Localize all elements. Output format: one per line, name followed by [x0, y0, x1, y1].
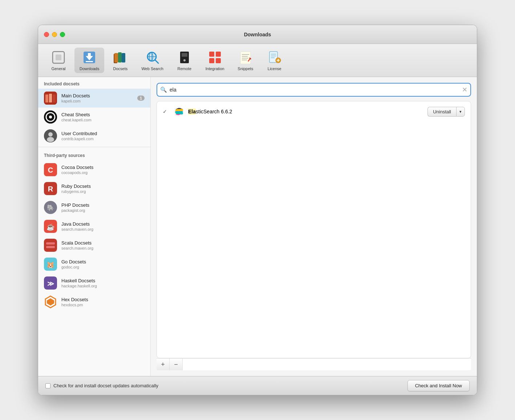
svg-text:☕: ☕ — [46, 223, 55, 231]
main-docsets-text: Main Docsets kapeli.com — [61, 93, 133, 103]
user-contributed-icon — [44, 129, 57, 142]
main-docsets-badge: 1 — [137, 96, 145, 101]
svg-rect-52 — [44, 239, 57, 252]
java-url: search.maven.org — [61, 227, 145, 231]
svg-line-10 — [155, 60, 158, 63]
license-icon — [267, 50, 282, 65]
sidebar-item-hex[interactable]: Hex Docsets hexdocs.pm — [38, 292, 150, 311]
remote-label: Remote — [177, 66, 191, 71]
main-docsets-name: Main Docsets — [61, 93, 133, 98]
ruby-icon: R — [44, 182, 57, 195]
svg-text:🐘: 🐘 — [47, 204, 54, 211]
svg-marker-60 — [47, 298, 54, 306]
svg-rect-7 — [118, 52, 122, 62]
svg-rect-6 — [114, 53, 118, 62]
window-title: Downloads — [244, 32, 271, 37]
ruby-text: Ruby Docsets rubygems.org — [61, 183, 145, 194]
sidebar-item-haskell[interactable]: ≫ Haskell Docsets hackage.haskell.org — [38, 274, 150, 292]
check-install-button[interactable]: Check and Install Now — [407, 380, 470, 391]
svg-text:R: R — [48, 185, 53, 193]
toolbar-websearch[interactable]: Web Search — [136, 48, 168, 73]
websearch-label: Web Search — [141, 66, 163, 71]
search-clear-button[interactable]: ✕ — [462, 86, 467, 93]
scala-text: Scala Docsets search.maven.org — [61, 240, 145, 250]
uninstall-dropdown-button[interactable]: ▾ — [456, 107, 465, 117]
auto-update-checkbox[interactable] — [45, 383, 50, 388]
haskell-text: Haskell Docsets hackage.haskell.org — [61, 278, 145, 288]
add-source-button[interactable]: + — [157, 359, 170, 370]
maximize-button[interactable] — [60, 32, 65, 37]
search-input[interactable] — [157, 83, 471, 97]
snippets-icon — [238, 50, 253, 65]
php-text: PHP Docsets packagist.org — [61, 202, 145, 213]
included-docsets-header: Included docsets — [38, 77, 150, 89]
haskell-url: hackage.haskell.org — [61, 284, 145, 288]
sidebar-item-scala[interactable]: Scala Docsets search.maven.org — [38, 236, 150, 255]
close-button[interactable] — [44, 32, 49, 37]
haskell-name: Haskell Docsets — [61, 278, 145, 283]
snippets-label: Snippets — [238, 66, 253, 71]
sidebar-item-main-docsets[interactable]: Main Docsets kapeli.com 1 — [38, 89, 150, 108]
sidebar-item-php[interactable]: 🐘 PHP Docsets packagist.org — [38, 198, 150, 217]
cocoa-icon: C — [44, 163, 57, 176]
auto-update-area: Check for and install docset updates aut… — [45, 383, 158, 388]
downloads-label: Downloads — [80, 66, 99, 71]
sidebar-item-cheat-sheets[interactable]: Cheat Sheets cheat.kapeli.com — [38, 108, 150, 126]
result-item-elasticsearch: ✓ Elastic — [157, 101, 471, 122]
go-name: Go Docsets — [61, 259, 145, 264]
svg-rect-16 — [182, 53, 187, 57]
scala-icon — [44, 239, 57, 252]
cheat-sheets-icon — [44, 110, 57, 124]
toolbar-integration[interactable]: Integration — [200, 48, 230, 73]
haskell-icon: ≫ — [44, 276, 57, 290]
result-actions: Uninstall ▾ — [427, 107, 465, 117]
hex-name: Hex Docsets — [61, 297, 145, 302]
svg-rect-20 — [209, 58, 214, 63]
cheat-sheets-text: Cheat Sheets cheat.kapeli.com — [61, 112, 145, 122]
results-bottom-toolbar: + − — [157, 358, 471, 370]
svg-point-40 — [49, 116, 52, 118]
search-bar-container: 🔍 ✕ — [157, 83, 471, 97]
ruby-url: rubygems.org — [61, 189, 145, 194]
title-bar: Downloads — [38, 25, 477, 44]
uninstall-button[interactable]: Uninstall — [427, 107, 456, 117]
svg-rect-1 — [56, 54, 61, 60]
integration-label: Integration — [206, 66, 224, 71]
main-content: Included docsets Main Docsets kapeli.com… — [38, 77, 477, 376]
traffic-lights — [44, 32, 65, 37]
general-label: General — [51, 66, 65, 71]
hex-url: hexdocs.pm — [61, 303, 145, 307]
svg-rect-53 — [46, 242, 55, 245]
scala-url: search.maven.org — [61, 246, 145, 250]
sidebar-item-user-contributed[interactable]: User Contributed contrib.kapeli.com — [38, 126, 150, 145]
elasticsearch-logo — [174, 106, 184, 117]
sidebar-item-go[interactable]: 🐹 Go Docsets godoc.org — [38, 255, 150, 274]
toolbar-docsets[interactable]: Docsets — [107, 48, 133, 73]
sidebar-item-java[interactable]: ☕ Java Docsets search.maven.org — [38, 217, 150, 236]
sidebar-item-cocoa[interactable]: C Cocoa Docsets cocoapods.org — [38, 160, 150, 179]
php-icon: 🐘 — [44, 201, 57, 214]
toolbar-general[interactable]: General — [45, 48, 72, 73]
remove-source-button[interactable]: − — [170, 359, 183, 370]
search-icon: 🔍 — [160, 86, 167, 93]
toolbar-remote[interactable]: Remote — [171, 48, 198, 73]
cheat-sheets-name: Cheat Sheets — [61, 112, 145, 117]
svg-rect-19 — [216, 52, 221, 57]
toolbar-downloads[interactable]: Downloads — [74, 48, 104, 73]
websearch-icon — [145, 50, 160, 65]
toolbar-license[interactable]: License — [261, 48, 288, 73]
results-area: ✓ Elastic — [157, 101, 471, 358]
php-name: PHP Docsets — [61, 202, 145, 208]
thirdparty-header: Third-party sources — [38, 149, 150, 160]
svg-rect-4 — [86, 61, 93, 62]
scala-name: Scala Docsets — [61, 240, 145, 246]
hex-icon — [44, 295, 57, 308]
cocoa-text: Cocoa Docsets cocoapods.org — [61, 165, 145, 175]
minimize-button[interactable] — [52, 32, 57, 37]
sidebar-item-ruby[interactable]: R Ruby Docsets rubygems.org — [38, 179, 150, 198]
result-check-icon: ✓ — [163, 109, 169, 114]
sidebar: Included docsets Main Docsets kapeli.com… — [38, 77, 151, 376]
general-icon — [51, 50, 66, 65]
toolbar-snippets[interactable]: Snippets — [232, 48, 259, 73]
go-icon: 🐹 — [44, 258, 57, 271]
